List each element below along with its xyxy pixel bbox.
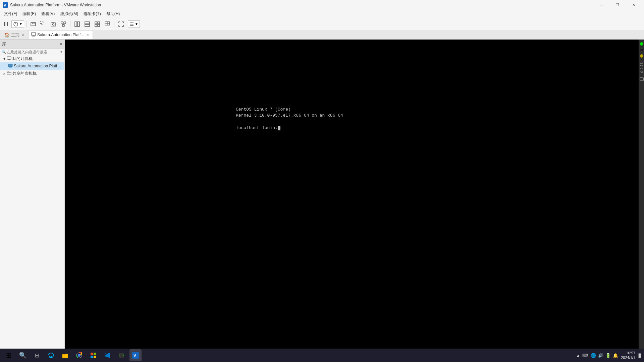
indicator-dark <box>640 48 643 52</box>
toolbar-layout4-btn[interactable] <box>103 19 112 29</box>
toolbar-power-dropdown[interactable]: ▼ <box>11 20 24 28</box>
taskbar-store[interactable] <box>87 349 99 361</box>
svg-rect-6 <box>31 22 36 26</box>
svg-rect-43 <box>91 353 93 355</box>
toolbar-sendctrlaltdel-btn[interactable] <box>29 19 38 29</box>
tree-item-my-machines[interactable]: ▼ 我的计算机 <box>0 55 64 62</box>
svg-text:C:\: C:\ <box>119 354 124 357</box>
svg-rect-18 <box>85 22 90 24</box>
tray-keyboard-icon[interactable]: ⌨ <box>582 353 589 358</box>
restore-button[interactable]: ❐ <box>610 0 625 10</box>
shared-vms-arrow: ▷ <box>3 72 7 75</box>
svg-text:V: V <box>133 353 136 358</box>
indicator-green <box>640 42 643 46</box>
vm-screen[interactable]: CentOS Linux 7 (Core) Kernel 3.10.0-957.… <box>65 40 644 353</box>
toolbar-snapshot-btn[interactable] <box>49 19 58 29</box>
title-bar-left: V Sakura.Automation.Platform - VMware Wo… <box>3 2 101 8</box>
net-indicator-down: 3.5 K/s <box>640 68 643 73</box>
svg-point-10 <box>52 23 54 25</box>
explorer-icon <box>62 352 68 359</box>
tray-expand-icon[interactable]: ▲ <box>576 353 580 358</box>
left-panel-title: 库 <box>2 41 6 47</box>
svg-rect-20 <box>95 22 97 24</box>
tray-network-icon[interactable]: 🌐 <box>591 353 596 358</box>
menu-file[interactable]: 文件(F) <box>1 10 20 18</box>
svg-rect-36 <box>8 64 12 67</box>
svg-rect-45 <box>91 356 93 358</box>
tab-bar: 🏠 主页 ✕ Sakura.Automation.Platf... ✕ <box>0 30 644 40</box>
shared-vms-label: 共享的虚拟机 <box>12 71 37 76</box>
toolbar-layout1-btn[interactable] <box>72 19 82 29</box>
close-button[interactable]: ✕ <box>626 0 641 10</box>
taskbar-explorer[interactable] <box>59 349 71 361</box>
title-bar-text: Sakura.Automation.Platform - VMware Work… <box>10 3 101 7</box>
net-down-value: 3.5 <box>640 68 643 71</box>
tray-volume-icon[interactable]: 🔊 <box>598 353 603 358</box>
home-tab-icon: 🏠 <box>4 33 10 38</box>
tab-home[interactable]: 🏠 主页 ✕ <box>1 30 28 39</box>
toolbar-layout3-btn[interactable] <box>93 19 102 29</box>
toolbar-pause-btn[interactable] <box>1 19 11 29</box>
menu-tabs[interactable]: 选项卡(T) <box>81 10 103 18</box>
taskbar-edge[interactable] <box>45 349 57 361</box>
taskbar-search[interactable]: 🔍 <box>17 349 29 361</box>
svg-rect-22 <box>95 24 97 26</box>
my-machines-label: 我的计算机 <box>12 56 33 62</box>
search-container: 🔍 ▼ <box>0 49 64 55</box>
show-desktop-btn[interactable]: ▮ <box>638 352 641 359</box>
minimize-button[interactable]: ─ <box>594 0 609 10</box>
my-machines-arrow: ▼ <box>3 57 7 61</box>
taskbar-vmware[interactable]: V <box>129 349 142 361</box>
tab-vm[interactable]: Sakura.Automation.Platf... ✕ <box>28 30 93 39</box>
taskbar-start[interactable]: ⊞ <box>3 349 15 361</box>
svg-rect-46 <box>94 356 96 358</box>
main-layout: 库 ✕ 🔍 ▼ ▼ 我的计算机 <box>0 40 644 353</box>
tab-home-close[interactable]: ✕ <box>20 33 25 37</box>
menu-help[interactable]: 帮助(H) <box>104 10 123 18</box>
taskbar-right: ▲ ⌨ 🌐 🔊 🔋 🔔 16:57 2024/1/1 ▮ <box>576 351 641 360</box>
system-tray: ▲ ⌨ 🌐 🔊 🔋 🔔 <box>576 353 618 358</box>
menu-edit[interactable]: 编辑(E) <box>20 10 39 18</box>
tree-item-shared-vms[interactable]: ▷ 共享的虚拟机 <box>0 70 64 77</box>
search-input[interactable] <box>7 50 59 54</box>
console-line-1: CentOS Linux 7 (Core) <box>236 107 343 113</box>
search-expand-btn[interactable]: ▼ <box>60 50 63 54</box>
tab-vm-close[interactable]: ✕ <box>85 33 90 37</box>
toolbar-snapshots-mgr-btn[interactable] <box>59 19 68 29</box>
toolbar-customize-dropdown[interactable]: ▼ <box>128 20 140 28</box>
taskbar-taskview[interactable]: ⊟ <box>31 349 43 361</box>
taskbar-chrome[interactable] <box>73 349 85 361</box>
console-cursor <box>278 126 280 130</box>
taskbar-vscode[interactable] <box>101 349 113 361</box>
toolbar-revert-btn[interactable] <box>39 19 48 29</box>
toolbar-fullscreen-btn[interactable] <box>116 19 126 29</box>
tray-notification-icon[interactable]: 🔔 <box>613 353 618 358</box>
tree-item-sakura-vm[interactable]: Sakura.Automation.Platform <box>0 62 64 70</box>
console-login-prompt: localhost login: <box>236 125 278 131</box>
svg-rect-19 <box>85 24 90 26</box>
toolbar-sep-1 <box>26 21 26 27</box>
monitor-icon <box>640 77 644 81</box>
tray-battery-icon[interactable]: 🔋 <box>605 353 611 358</box>
svg-rect-9 <box>51 23 56 26</box>
svg-rect-23 <box>98 24 100 26</box>
svg-rect-44 <box>94 353 96 355</box>
svg-rect-37 <box>9 67 12 67</box>
console-line-4: localhost login: <box>236 125 343 131</box>
toolbar-layout2-btn[interactable] <box>83 19 92 29</box>
terminal-icon: C:\ <box>118 352 125 359</box>
vm-tree: ▼ 我的计算机 <box>0 55 64 353</box>
vmware-app-icon: V <box>3 2 8 8</box>
left-panel-close-btn[interactable]: ✕ <box>59 42 62 46</box>
svg-rect-12 <box>64 22 66 24</box>
taskbar-terminal[interactable]: C:\ <box>115 349 127 361</box>
sakura-vm-label: Sakura.Automation.Platform <box>14 64 63 68</box>
menu-view[interactable]: 查看(V) <box>39 10 57 18</box>
store-icon <box>90 352 97 359</box>
menu-vm[interactable]: 虚拟机(M) <box>57 10 81 18</box>
net-indicator-up: 0.7 K/s <box>640 62 643 67</box>
vscode-icon <box>104 352 111 359</box>
taskbar-clock[interactable]: 16:57 2024/1/1 <box>621 351 635 360</box>
svg-rect-8 <box>34 23 35 24</box>
svg-text:V: V <box>4 3 6 7</box>
